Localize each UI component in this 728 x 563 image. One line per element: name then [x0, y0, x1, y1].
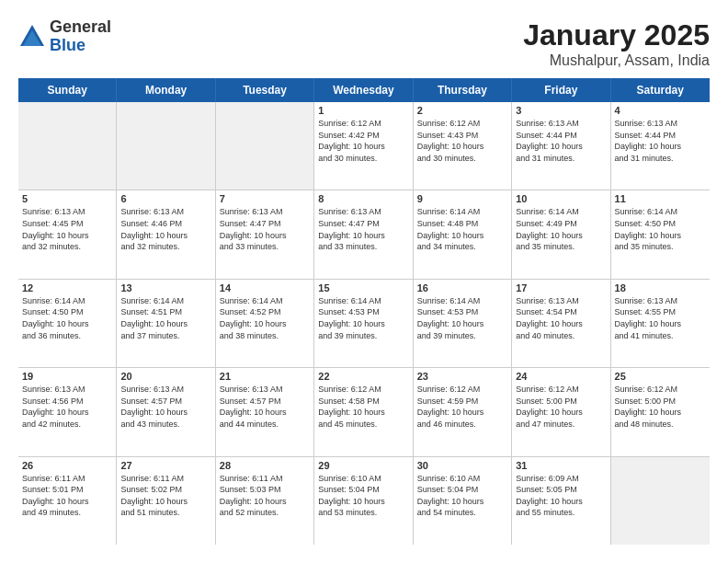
calendar-title: January 2025	[523, 18, 710, 52]
day-cell-3: 3Sunrise: 6:13 AM Sunset: 4:44 PM Daylig…	[512, 102, 610, 190]
day-info: Sunrise: 6:13 AM Sunset: 4:56 PM Dayligh…	[22, 384, 112, 430]
day-header-saturday: Saturday	[611, 78, 710, 102]
day-number: 30	[417, 460, 507, 471]
day-cell-28: 28Sunrise: 6:11 AM Sunset: 5:03 PM Dayli…	[216, 457, 314, 545]
day-header-sunday: Sunday	[18, 78, 117, 102]
day-number: 1	[318, 105, 408, 116]
logo-blue: Blue	[50, 37, 111, 55]
day-number: 18	[615, 282, 706, 293]
day-cell-11: 11Sunrise: 6:14 AM Sunset: 4:50 PM Dayli…	[611, 190, 710, 278]
day-info: Sunrise: 6:13 AM Sunset: 4:44 PM Dayligh…	[615, 118, 706, 164]
header: General Blue January 2025 Mushalpur, Ass…	[18, 18, 710, 69]
day-number: 7	[220, 193, 310, 204]
day-number: 23	[417, 371, 507, 382]
day-cell-18: 18Sunrise: 6:13 AM Sunset: 4:55 PM Dayli…	[611, 280, 710, 367]
day-number: 4	[615, 105, 706, 116]
day-cell-9: 9Sunrise: 6:14 AM Sunset: 4:48 PM Daylig…	[414, 190, 512, 278]
day-number: 11	[615, 193, 706, 204]
empty-cell	[117, 102, 215, 190]
empty-cell	[216, 102, 314, 190]
page: General Blue January 2025 Mushalpur, Ass…	[0, 0, 728, 563]
calendar-week-0: 1Sunrise: 6:12 AM Sunset: 4:42 PM Daylig…	[18, 102, 710, 190]
day-cell-14: 14Sunrise: 6:14 AM Sunset: 4:52 PM Dayli…	[216, 280, 314, 367]
day-info: Sunrise: 6:13 AM Sunset: 4:55 PM Dayligh…	[615, 295, 706, 341]
day-cell-6: 6Sunrise: 6:13 AM Sunset: 4:46 PM Daylig…	[117, 190, 215, 278]
day-info: Sunrise: 6:12 AM Sunset: 5:00 PM Dayligh…	[615, 384, 706, 430]
day-info: Sunrise: 6:11 AM Sunset: 5:01 PM Dayligh…	[22, 473, 112, 519]
day-number: 28	[220, 460, 310, 471]
day-number: 10	[516, 193, 606, 204]
logo-general: General	[50, 18, 111, 37]
day-cell-24: 24Sunrise: 6:12 AM Sunset: 5:00 PM Dayli…	[512, 368, 610, 455]
day-cell-22: 22Sunrise: 6:12 AM Sunset: 4:58 PM Dayli…	[314, 368, 413, 455]
day-number: 13	[120, 282, 210, 293]
day-cell-20: 20Sunrise: 6:13 AM Sunset: 4:57 PM Dayli…	[117, 368, 215, 455]
day-info: Sunrise: 6:14 AM Sunset: 4:51 PM Dayligh…	[120, 295, 210, 341]
day-cell-7: 7Sunrise: 6:13 AM Sunset: 4:47 PM Daylig…	[216, 190, 314, 278]
day-cell-23: 23Sunrise: 6:12 AM Sunset: 4:59 PM Dayli…	[414, 368, 512, 455]
day-header-wednesday: Wednesday	[314, 78, 413, 102]
calendar-header: SundayMondayTuesdayWednesdayThursdayFrid…	[18, 78, 710, 102]
calendar-week-1: 5Sunrise: 6:13 AM Sunset: 4:45 PM Daylig…	[18, 190, 710, 279]
day-cell-4: 4Sunrise: 6:13 AM Sunset: 4:44 PM Daylig…	[611, 102, 710, 190]
day-number: 19	[22, 371, 112, 382]
day-number: 17	[516, 282, 606, 293]
day-number: 26	[22, 460, 112, 471]
day-info: Sunrise: 6:11 AM Sunset: 5:02 PM Dayligh…	[120, 473, 210, 519]
day-info: Sunrise: 6:12 AM Sunset: 5:00 PM Dayligh…	[516, 384, 606, 430]
day-number: 20	[120, 371, 210, 382]
day-info: Sunrise: 6:13 AM Sunset: 4:57 PM Dayligh…	[220, 384, 310, 430]
day-info: Sunrise: 6:12 AM Sunset: 4:59 PM Dayligh…	[417, 384, 507, 430]
day-cell-25: 25Sunrise: 6:12 AM Sunset: 5:00 PM Dayli…	[611, 368, 710, 455]
day-number: 5	[22, 193, 112, 204]
day-cell-16: 16Sunrise: 6:14 AM Sunset: 4:53 PM Dayli…	[414, 280, 512, 367]
day-info: Sunrise: 6:13 AM Sunset: 4:47 PM Dayligh…	[318, 206, 408, 252]
day-header-thursday: Thursday	[414, 78, 512, 102]
day-header-tuesday: Tuesday	[216, 78, 314, 102]
day-info: Sunrise: 6:10 AM Sunset: 5:04 PM Dayligh…	[417, 473, 507, 519]
day-number: 14	[220, 282, 310, 293]
day-info: Sunrise: 6:14 AM Sunset: 4:50 PM Dayligh…	[615, 206, 706, 252]
day-info: Sunrise: 6:12 AM Sunset: 4:58 PM Dayligh…	[318, 384, 408, 430]
day-cell-10: 10Sunrise: 6:14 AM Sunset: 4:49 PM Dayli…	[512, 190, 610, 278]
day-info: Sunrise: 6:13 AM Sunset: 4:44 PM Dayligh…	[516, 118, 606, 164]
day-info: Sunrise: 6:14 AM Sunset: 4:53 PM Dayligh…	[417, 295, 507, 341]
day-info: Sunrise: 6:13 AM Sunset: 4:54 PM Dayligh…	[516, 295, 606, 341]
calendar-subtitle: Mushalpur, Assam, India	[523, 52, 710, 69]
day-cell-30: 30Sunrise: 6:10 AM Sunset: 5:04 PM Dayli…	[414, 457, 512, 545]
day-number: 27	[120, 460, 210, 471]
day-cell-19: 19Sunrise: 6:13 AM Sunset: 4:56 PM Dayli…	[18, 368, 117, 455]
day-info: Sunrise: 6:09 AM Sunset: 5:05 PM Dayligh…	[516, 473, 606, 519]
day-cell-2: 2Sunrise: 6:12 AM Sunset: 4:43 PM Daylig…	[414, 102, 512, 190]
logo-text: General Blue	[50, 18, 111, 55]
day-number: 8	[318, 193, 408, 204]
logo: General Blue	[18, 18, 111, 55]
day-cell-13: 13Sunrise: 6:14 AM Sunset: 4:51 PM Dayli…	[117, 280, 215, 367]
day-info: Sunrise: 6:12 AM Sunset: 4:42 PM Dayligh…	[318, 118, 408, 164]
day-info: Sunrise: 6:13 AM Sunset: 4:57 PM Dayligh…	[120, 384, 210, 430]
calendar: SundayMondayTuesdayWednesdayThursdayFrid…	[18, 78, 710, 545]
day-cell-26: 26Sunrise: 6:11 AM Sunset: 5:01 PM Dayli…	[18, 457, 117, 545]
day-info: Sunrise: 6:13 AM Sunset: 4:45 PM Dayligh…	[22, 206, 112, 252]
day-cell-8: 8Sunrise: 6:13 AM Sunset: 4:47 PM Daylig…	[314, 190, 413, 278]
calendar-week-2: 12Sunrise: 6:14 AM Sunset: 4:50 PM Dayli…	[18, 280, 710, 368]
day-cell-21: 21Sunrise: 6:13 AM Sunset: 4:57 PM Dayli…	[216, 368, 314, 455]
empty-cell	[611, 457, 710, 545]
day-cell-27: 27Sunrise: 6:11 AM Sunset: 5:02 PM Dayli…	[117, 457, 215, 545]
day-number: 16	[417, 282, 507, 293]
day-info: Sunrise: 6:14 AM Sunset: 4:52 PM Dayligh…	[220, 295, 310, 341]
day-number: 15	[318, 282, 408, 293]
calendar-body: 1Sunrise: 6:12 AM Sunset: 4:42 PM Daylig…	[18, 102, 710, 545]
day-info: Sunrise: 6:14 AM Sunset: 4:48 PM Dayligh…	[417, 206, 507, 252]
day-info: Sunrise: 6:14 AM Sunset: 4:53 PM Dayligh…	[318, 295, 408, 341]
day-number: 29	[318, 460, 408, 471]
day-cell-17: 17Sunrise: 6:13 AM Sunset: 4:54 PM Dayli…	[512, 280, 610, 367]
calendar-week-4: 26Sunrise: 6:11 AM Sunset: 5:01 PM Dayli…	[18, 457, 710, 545]
day-info: Sunrise: 6:12 AM Sunset: 4:43 PM Dayligh…	[417, 118, 507, 164]
day-cell-12: 12Sunrise: 6:14 AM Sunset: 4:50 PM Dayli…	[18, 280, 117, 367]
day-number: 12	[22, 282, 112, 293]
day-info: Sunrise: 6:10 AM Sunset: 5:04 PM Dayligh…	[318, 473, 408, 519]
day-cell-31: 31Sunrise: 6:09 AM Sunset: 5:05 PM Dayli…	[512, 457, 610, 545]
day-info: Sunrise: 6:13 AM Sunset: 4:46 PM Dayligh…	[120, 206, 210, 252]
day-number: 24	[516, 371, 606, 382]
